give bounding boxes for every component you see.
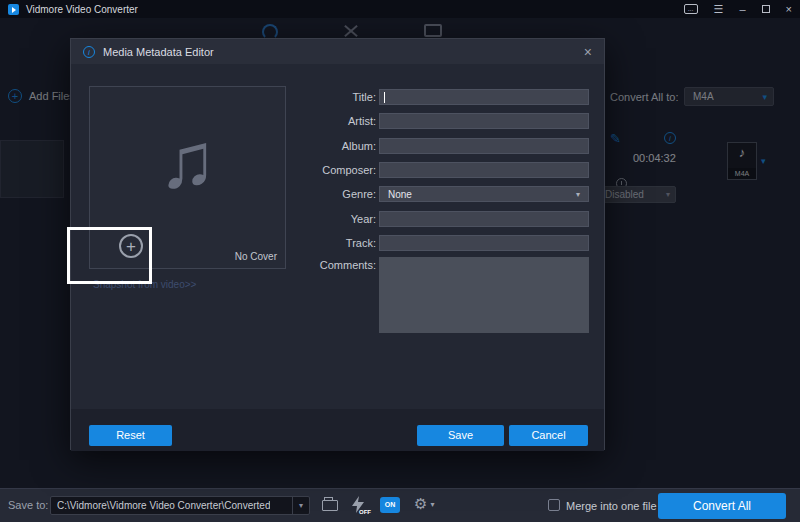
dialog-close-icon[interactable]: × — [584, 45, 592, 59]
dialog-footer: Reset Save Cancel — [71, 409, 604, 451]
chevron-down-icon: ▾ — [292, 497, 309, 514]
merge-checkbox[interactable] — [548, 499, 560, 511]
dialog-header: i Media Metadata Editor × — [71, 39, 604, 64]
comments-label: Comments: — [266, 259, 376, 271]
reset-button[interactable]: Reset — [89, 425, 172, 446]
comments-textarea[interactable] — [379, 257, 589, 333]
open-folder-icon[interactable] — [322, 500, 338, 511]
app-title: Vidmore Video Converter — [26, 4, 138, 15]
genre-label: Genre: — [266, 188, 376, 200]
minimize-icon[interactable]: – — [739, 4, 745, 15]
chevron-down-icon: ▾ — [430, 500, 434, 509]
composer-input[interactable] — [379, 162, 589, 178]
convert-all-button[interactable]: Convert All — [658, 493, 786, 519]
feedback-icon[interactable]: ... — [684, 4, 698, 14]
album-label: Album: — [266, 140, 376, 152]
settings-control[interactable]: ⚙ ▾ — [414, 495, 434, 513]
album-input[interactable] — [379, 138, 589, 154]
output-path-value: C:\Vidmore\Vidmore Video Converter\Conve… — [51, 500, 270, 511]
menu-icon[interactable]: ☰ — [714, 4, 724, 15]
title-bar: Vidmore Video Converter ... ☰ – × — [0, 0, 800, 18]
artist-label: Artist: — [266, 115, 376, 127]
app-window: Vidmore Video Converter ... ☰ – × + Add … — [0, 0, 800, 522]
off-badge: OFF — [359, 509, 371, 515]
close-icon[interactable]: × — [786, 4, 792, 15]
year-input[interactable] — [379, 211, 589, 227]
title-input[interactable] — [379, 89, 589, 105]
title-label: Title: — [266, 91, 376, 103]
genre-dropdown[interactable]: None ▾ — [379, 186, 589, 202]
gear-icon: ⚙ — [414, 495, 427, 513]
gpu-acceleration-on-icon[interactable]: ON — [380, 497, 400, 513]
dialog-title: Media Metadata Editor — [103, 46, 214, 58]
bottom-bar: Save to: C:\Vidmore\Vidmore Video Conver… — [0, 488, 800, 522]
app-logo-icon — [8, 4, 19, 15]
merge-label: Merge into one file — [566, 500, 657, 512]
output-path-dropdown[interactable]: C:\Vidmore\Vidmore Video Converter\Conve… — [50, 496, 310, 515]
artist-input[interactable] — [379, 113, 589, 129]
save-to-label: Save to: — [8, 499, 48, 511]
music-note-icon: ♫ — [90, 95, 285, 225]
highlight-annotation-box — [67, 227, 152, 284]
save-button[interactable]: Save — [417, 425, 504, 446]
chevron-down-icon: ▾ — [576, 190, 588, 199]
info-icon: i — [83, 46, 95, 58]
text-cursor — [384, 92, 385, 103]
track-label: Track: — [266, 237, 376, 249]
maximize-icon[interactable] — [762, 5, 770, 13]
year-label: Year: — [266, 213, 376, 225]
track-input[interactable] — [379, 235, 589, 251]
genre-value: None — [380, 189, 412, 200]
composer-label: Composer: — [266, 164, 376, 176]
hardware-acceleration-off-icon[interactable]: OFF — [352, 496, 368, 515]
cancel-button[interactable]: Cancel — [509, 425, 588, 446]
